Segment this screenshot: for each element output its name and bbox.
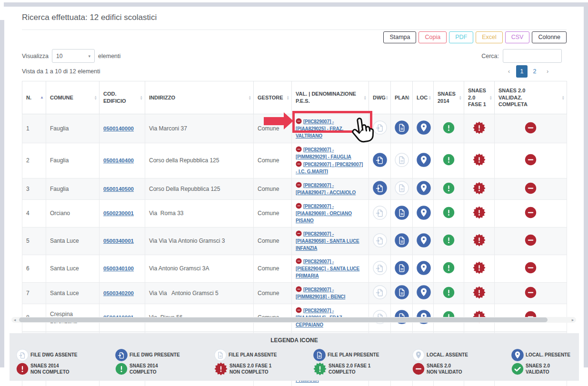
table-row: 5Santa Luce0500340001Via Via Via Antonio…: [22, 228, 567, 255]
localizzazione-present-icon[interactable]: [417, 261, 431, 275]
legend-label: FILE DWG ASSENTE: [30, 352, 78, 358]
pagination-next[interactable]: ›: [542, 65, 553, 78]
localizzazione-present-icon[interactable]: [417, 233, 431, 247]
cell-snaes-2014: [434, 200, 464, 228]
cell-dwg: [369, 143, 391, 178]
cell-snaes-2014: [434, 114, 464, 143]
pagination-prev[interactable]: ‹: [503, 65, 515, 78]
building-code-link[interactable]: 0500140400: [103, 158, 134, 163]
localizzazione-present-icon[interactable]: [417, 181, 431, 195]
legend-file-dwg-absent-icon: [16, 349, 29, 361]
cell-snaes-2014: [434, 255, 464, 283]
cell-snaes-20-validaz: [495, 114, 567, 143]
legend-label: SNAES 2.0 FASE 1NON COMPLETO: [229, 363, 271, 376]
column-header-comune[interactable]: COMUNE▲▼: [46, 81, 100, 114]
column-label: SNAES 2014: [438, 91, 456, 104]
localizzazione-present-icon[interactable]: [417, 285, 431, 299]
table-row: 4Orciano0500230001Via Roma 33Comune[PIIC…: [22, 200, 567, 228]
column-header-snaes-20-fase-1[interactable]: SNAES 2.0 FASE 1▲▼: [464, 81, 495, 114]
column-label: VAL. | DENOMINAZIONE P.E.S.: [296, 91, 356, 104]
pagination-page-2[interactable]: 2: [529, 65, 540, 78]
file-plan-present-icon[interactable]: [395, 233, 409, 247]
column-header-indirizzo[interactable]: INDIRIZZO▲▼: [145, 81, 254, 114]
snaes-20-validaz-non-validato-icon: [525, 234, 537, 246]
column-header-plan[interactable]: PLAN▲▼: [391, 81, 413, 114]
cell-loc: [413, 255, 434, 283]
cell-snaes-20-validaz: [495, 200, 567, 228]
cell-indirizzo: Corso Della Repubblica 125: [145, 178, 254, 200]
scroll-right-icon[interactable]: ▸: [569, 317, 576, 323]
pes-denomination-link[interactable]: [PIIC829007] - [PIAA829069] - ORCIANO PI…: [296, 204, 352, 223]
pagination-page-1[interactable]: 1: [516, 65, 528, 78]
file-plan-present-icon[interactable]: [395, 285, 409, 299]
cell-row-number: 1: [22, 114, 46, 143]
file-dwg-present-icon[interactable]: [373, 153, 387, 167]
building-code-link[interactable]: 0500340001: [103, 238, 134, 244]
pes-denomination-link[interactable]: [PIIC829007] - [PIMM829029] - FAUGLIA: [296, 147, 351, 159]
cell-plan: [391, 228, 413, 255]
horizontal-scrollbar[interactable]: ◂ ▸: [11, 317, 576, 323]
building-code-link[interactable]: 0500340200: [103, 290, 134, 296]
legend-excl-circle-green-icon: [115, 363, 128, 375]
pes-denomination-link[interactable]: [PIIC829007] - [PIMM829018] - BENCI: [296, 287, 345, 299]
scroll-left-icon[interactable]: ◂: [11, 317, 18, 323]
legend-title: LEGENDA ICONE: [10, 333, 579, 344]
legend-label: FILE PLAN ASSENTE: [229, 352, 277, 358]
cell-snaes-20-fase-1: [464, 255, 495, 283]
file-plan-present-icon[interactable]: [395, 120, 409, 135]
cell-indirizzo: Via Roma 33: [145, 200, 254, 228]
search-input[interactable]: [503, 49, 562, 63]
cell-snaes-20-fase-1: [464, 178, 495, 200]
column-header-cod-edificio[interactable]: COD. EDIFICIO▲▼: [100, 81, 145, 114]
legend-label: SNAES 2.0 FASE 1COMPLETO: [329, 363, 370, 376]
localizzazione-present-icon[interactable]: [417, 120, 431, 135]
column-header-snaes-2014[interactable]: SNAES 2014▲▼: [434, 81, 464, 114]
building-code-link[interactable]: 0500140500: [103, 186, 134, 192]
legend-label: LOCAL. PRESENTE: [526, 352, 570, 358]
pes-denomination-link[interactable]: [PIIC829007] - [PIAA829047] - ACCIAIOLO: [296, 183, 356, 195]
column-header-val[interactable]: VAL. | DENOMINAZIONE P.E.S.▲▼: [292, 81, 369, 114]
cell-indirizzo: Via Via Antonio Gramsci 5: [145, 283, 254, 304]
val-non-validato-icon: [296, 230, 302, 237]
cell-cod-edificio: 0500140400: [100, 143, 145, 178]
colonne-button[interactable]: Colonne: [532, 31, 567, 43]
file-dwg-present-icon[interactable]: [373, 181, 387, 195]
column-label: COD. EDIFICIO: [103, 91, 126, 104]
pes-denomination-link[interactable]: [PIIC829007] - [PIAA829058] - SANTA LUCE…: [296, 231, 359, 251]
legend-item: FILE PLAN ASSENTE: [214, 349, 313, 361]
val-non-validato-icon: [296, 307, 302, 313]
file-plan-present-icon[interactable]: [395, 261, 409, 275]
column-header-snaes-20-validaz[interactable]: SNAES 2.0 VALIDAZ. COMPLETA▲▼: [495, 81, 567, 114]
file-plan-present-icon[interactable]: [395, 206, 409, 220]
cell-gestore: Comune: [254, 283, 292, 304]
legend-item: FILE PLAN PRESENTE: [313, 349, 412, 361]
snaes-2014-completo-icon: [443, 262, 455, 274]
column-header-loc[interactable]: LOC▲▼: [413, 81, 434, 114]
snaes-2014-completo-icon: [443, 287, 455, 298]
stampa-button[interactable]: Stampa: [383, 31, 416, 43]
building-code-link[interactable]: 0500340100: [103, 266, 134, 271]
pdf-button[interactable]: PDF: [449, 31, 473, 43]
building-code-link[interactable]: 0500230001: [103, 210, 134, 216]
scrollbar-thumb[interactable]: [19, 317, 548, 322]
cell-cod-edificio: 0500230001: [100, 200, 145, 228]
column-label: COMUNE: [50, 95, 73, 100]
pes-denomination-link[interactable]: [PIIC829007] - [PIIC829007] - I.C. G.MAR…: [296, 162, 363, 174]
pes-denomination-link[interactable]: [PIIC829007] - [PIEE82904C] - SANTA LUCE…: [296, 259, 359, 278]
localizzazione-present-icon[interactable]: [417, 206, 431, 220]
val-non-validato-icon: [296, 146, 302, 152]
column-header-n[interactable]: N.▲: [22, 81, 46, 114]
csv-button[interactable]: CSV: [505, 31, 530, 43]
column-header-dwg[interactable]: DWG▲▼: [369, 81, 391, 114]
table-header-row: N.▲COMUNE▲▼COD. EDIFICIO▲▼INDIRIZZO▲▼GES…: [22, 81, 567, 114]
column-header-gestore[interactable]: GESTORE▲▼: [254, 81, 292, 114]
localizzazione-present-icon[interactable]: [417, 153, 431, 167]
cell-snaes-20-validaz: [495, 255, 567, 283]
excel-button[interactable]: Excel: [476, 31, 503, 43]
cell-plan: [391, 255, 413, 283]
cell-row-number: 3: [22, 178, 46, 200]
sort-both-icon: ▲▼: [364, 95, 367, 100]
copia-button[interactable]: Copia: [419, 31, 447, 43]
cell-plan: [391, 283, 413, 304]
building-code-link[interactable]: 0500140000: [103, 126, 134, 131]
